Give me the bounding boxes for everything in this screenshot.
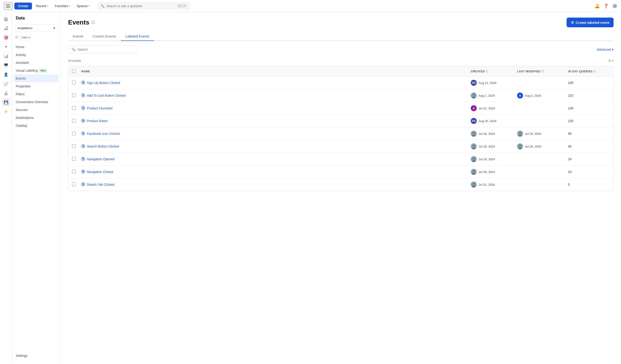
sidebar-icon-segments[interactable]: ⚡ [2, 107, 10, 116]
sidebar-item-connections-overview[interactable]: Connections Overview [12, 98, 60, 106]
sidebar-icon-home[interactable]: 🏠 [2, 15, 10, 23]
events-search-input[interactable] [77, 48, 134, 51]
sidebar-icon-chart[interactable]: 📊 [2, 52, 10, 60]
hamburger-button[interactable] [4, 2, 13, 10]
favorites-menu[interactable]: Favorites ▾ [52, 3, 73, 9]
row-checkbox[interactable] [72, 182, 76, 186]
sidebar-settings[interactable]: Settings [12, 351, 60, 360]
sidebar-item-label: Filters [16, 92, 25, 96]
sidebar-icon-monitor[interactable]: 🖥️ [2, 61, 10, 69]
sidebar-item-visual-labeling[interactable]: Visual LabelingNew [12, 67, 60, 75]
sidebar-item-catalog[interactable]: Catalog [12, 122, 60, 129]
svg-point-25 [473, 145, 475, 147]
col-info-icon[interactable]: ⓘ [593, 70, 596, 73]
page-info-icon[interactable]: ⓘ [91, 20, 95, 25]
tab-labeled-events[interactable]: Labeled Events [121, 32, 154, 41]
gear-icon[interactable]: ⚙ [608, 59, 611, 63]
chevron-down-icon[interactable]: ▾ [612, 59, 614, 63]
sidebar-icon-person[interactable]: 👤 [2, 70, 10, 79]
sidebar-icon-data[interactable]: 💾 [2, 98, 10, 106]
sidebar-item-events[interactable]: Events [14, 75, 59, 82]
sidebar-icon-graph[interactable] [2, 24, 10, 32]
avatar: KN [471, 80, 477, 86]
created-cell: Aug 1, 2024 [471, 93, 517, 98]
notifications-icon[interactable]: 🔔 [595, 3, 600, 9]
row-checkbox[interactable] [72, 157, 76, 161]
branch-select-dropdown[interactable]: main ▾ [19, 35, 32, 40]
sidebar-item-sources[interactable]: Sources [12, 106, 60, 114]
svg-point-0 [4, 29, 5, 30]
sidebar-item-destinations[interactable]: Destinations [12, 114, 60, 122]
event-name[interactable]: Add To Cart Button Clicked [81, 94, 471, 98]
help-icon[interactable]: ❓ [604, 3, 608, 9]
events-search-wrap[interactable]: 🔍 [68, 46, 138, 53]
row-checkbox[interactable] [72, 106, 76, 110]
event-name[interactable]: Facebook Icon Clicked [81, 132, 471, 136]
event-name[interactable]: Navigation Opened [81, 157, 471, 161]
spaces-menu[interactable]: Spaces ▾ [75, 3, 92, 9]
sidebar-nav: HomeActivityAssistantVisual LabelingNewE… [12, 43, 60, 129]
recent-menu[interactable]: Recent ▾ [34, 3, 51, 9]
event-name[interactable]: Navigation Closed [81, 170, 471, 174]
sidebar-icon-activity[interactable]: 📈 [2, 79, 10, 88]
event-name[interactable]: Details Tab Clicked [81, 182, 471, 187]
table-header: NAME CREATED ⓘ LAST MODIFIED ⓘ 30 DAY QU… [68, 66, 613, 77]
event-icon [81, 119, 85, 123]
tab-events[interactable]: Events [68, 32, 88, 41]
created-cell: Jul 29, 2024 [471, 143, 517, 149]
table-row: Product Favorited A Jul 31, 2024 145 [68, 102, 613, 115]
nav-sidebar: Data Amplidemo ▾ main ▾ HomeActivityAssi… [12, 12, 61, 364]
event-icon [81, 170, 85, 174]
svg-point-4 [83, 82, 84, 83]
svg-point-28 [519, 145, 521, 147]
row-checkbox[interactable] [72, 144, 76, 148]
settings-icon[interactable]: ⚙️ [612, 3, 617, 9]
queries-count: 24 [568, 157, 610, 161]
event-name[interactable]: Search Button Clicked [81, 144, 471, 149]
event-name[interactable]: Product Favorited [81, 106, 471, 111]
chevron-down-icon: ▾ [29, 36, 30, 39]
avatar [471, 131, 477, 137]
row-checkbox[interactable] [72, 170, 76, 174]
select-all-checkbox[interactable] [72, 69, 76, 73]
col-info-icon[interactable]: ⓘ [486, 70, 489, 73]
sidebar-item-activity[interactable]: Activity [12, 51, 60, 59]
row-checkbox[interactable] [72, 81, 76, 84]
advanced-button[interactable]: Advanced ▾ [597, 48, 614, 51]
branch-selector[interactable]: main ▾ [12, 34, 60, 43]
row-checkbox[interactable] [72, 132, 76, 135]
table-body: Sign Up Button Clicked KN Aug 12, 2024 2… [68, 77, 613, 191]
created-cell: Jul 30, 2024 [471, 169, 517, 175]
create-labeled-event-button[interactable]: ⊕ Create labeled event [567, 17, 614, 27]
sidebar-item-filters[interactable]: Filters [12, 90, 60, 98]
event-icon [81, 157, 85, 161]
event-name[interactable]: Product Rated [81, 119, 471, 123]
sidebar-item-home[interactable]: Home [12, 43, 60, 51]
create-button[interactable]: Create [14, 2, 32, 10]
workspace-selector[interactable]: Amplidemo ▾ [15, 24, 58, 32]
sidebar-icon-flask[interactable]: 🔬 [2, 89, 10, 97]
avatar [471, 93, 477, 98]
queries-count: 120 [568, 119, 610, 123]
event-name[interactable]: Sign Up Button Clicked [81, 81, 471, 85]
page-title: Events [68, 19, 89, 26]
table-row: Navigation Opened Jul 29, 2024 24 [68, 153, 613, 166]
svg-point-8 [473, 94, 475, 96]
tab-custom-events[interactable]: Custom Events [88, 32, 121, 41]
sidebar-icon-target[interactable]: 🎯 [2, 33, 10, 42]
search-icon: 🔍 [71, 48, 75, 51]
avatar [471, 169, 477, 175]
svg-point-41 [83, 184, 84, 185]
sidebar-item-properties[interactable]: Properties [12, 82, 60, 90]
col-info-icon[interactable]: ⓘ [541, 70, 544, 73]
global-search-input[interactable] [106, 4, 175, 8]
sidebar-item-assistant[interactable]: Assistant [12, 59, 60, 67]
chevron-down-icon: ▾ [69, 5, 70, 7]
svg-point-6 [83, 95, 84, 95]
created-cell: Jul 29, 2024 [471, 131, 517, 137]
sidebar-icon-cursor[interactable]: ✦ [2, 43, 10, 51]
svg-point-11 [83, 108, 84, 108]
row-checkbox[interactable] [72, 94, 76, 97]
global-search-bar[interactable]: 🔍 ⌘ + K [98, 2, 190, 10]
row-checkbox[interactable] [72, 119, 76, 123]
